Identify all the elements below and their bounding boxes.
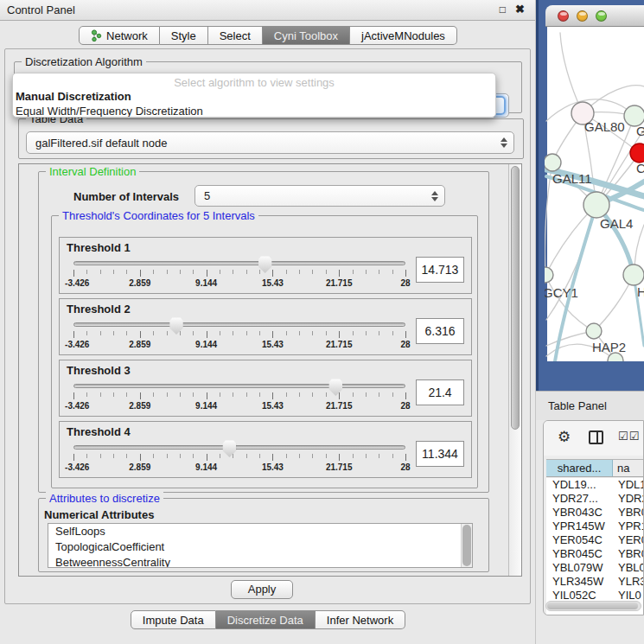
bottom-tab-discretize-data[interactable]: Discretize Data [216, 610, 316, 629]
tab-cyni-toolbox[interactable]: Cyni Toolbox [263, 26, 350, 45]
number-of-intervals-label: Number of Intervals [73, 190, 179, 203]
table-panel-header: Table Panel [536, 391, 644, 420]
table-horizontal-scrollbar[interactable] [545, 601, 641, 611]
node-label-c: C [636, 161, 644, 175]
network-edge[interactable] [545, 275, 594, 331]
slider-ticks [73, 331, 405, 339]
tab-label: Select [220, 29, 251, 42]
threshold-label: Threshold 4 [67, 425, 471, 438]
network-node-hap2[interactable] [586, 323, 602, 339]
attribute-item-betweennesscentrality[interactable]: BetweennessCentrality [48, 555, 472, 568]
attributes-scrollbar[interactable] [461, 524, 472, 567]
table-panel-title: Table Panel [548, 399, 607, 412]
select-columns-icon[interactable]: ☑☑ [618, 430, 640, 443]
table-row[interactable]: YLR345WYLR3 [546, 575, 643, 589]
network-node-gcy1[interactable] [545, 267, 553, 283]
attribute-item-topologicalcoefficient[interactable]: TopologicalCoefficient [48, 539, 472, 555]
tab-label: Style [171, 29, 196, 42]
tab-label: Discretize Data [227, 614, 303, 627]
cell-name: YLR3 [613, 575, 643, 589]
table-data-combobox[interactable]: galFiltered.sif default node [26, 131, 514, 154]
settings-scroll-panel: Interval Definition Number of Intervals … [18, 163, 522, 577]
popup-item-equal-width-frequency-discretization[interactable]: Equal Width/Frequency Discretization [13, 104, 495, 118]
threshold-slider[interactable]: -3.4262.8599.14415.4321.71528 [73, 256, 405, 289]
panel-scrollbar[interactable] [508, 164, 521, 576]
network-icon [91, 29, 102, 42]
threshold-label: Threshold 3 [67, 364, 471, 377]
table-row[interactable]: YPR145WYPR1 [546, 520, 643, 533]
threshold-value-field[interactable]: 14.713 [416, 257, 464, 283]
table-row[interactable]: YBR043CYBR0 [546, 506, 643, 520]
float-window-icon[interactable]: □ [500, 3, 506, 16]
slider-track [73, 322, 405, 327]
bottom-tab-infer-network[interactable]: Infer Network [316, 610, 405, 629]
network-node-c[interactable] [630, 143, 644, 163]
tab-select[interactable]: Select [208, 26, 263, 45]
table-row[interactable]: YBL079WYBL0 [546, 561, 643, 575]
panel-title: Control Panel [7, 3, 75, 16]
mac-close-button[interactable] [558, 10, 569, 22]
tab-style[interactable]: Style [160, 26, 208, 45]
threshold-slider[interactable]: -3.4262.8599.14415.4321.71528 [73, 440, 405, 473]
table-row[interactable]: YDR27...YDR2 [546, 492, 643, 506]
gear-icon[interactable]: ⚙ [558, 428, 571, 446]
network-node-h[interactable] [623, 265, 644, 285]
network-node-gal11[interactable] [545, 154, 561, 171]
attributes-list[interactable]: SelfLoopsTopologicalCoefficientBetweenne… [48, 523, 473, 568]
network-node-gal4[interactable] [583, 192, 609, 218]
scrollbar-thumb[interactable] [511, 166, 520, 430]
cell-name: YDR2 [613, 492, 643, 506]
slider-ticks [73, 392, 405, 400]
network-edge[interactable] [546, 205, 596, 320]
tab-label: Infer Network [327, 614, 393, 627]
group-title: Interval Definition [46, 165, 139, 178]
close-icon[interactable]: ✖ [515, 3, 525, 16]
columns-icon[interactable] [589, 430, 603, 444]
tab-label: Network [106, 29, 148, 42]
table-header-row: shared... na [546, 459, 643, 477]
threshold-panel-3: Threshold 3-3.4262.8599.14415.4321.71528… [59, 360, 472, 417]
slider-ticks [73, 454, 405, 462]
cyni-toolbox-panel: Discretization Algorithm Select algorith… [4, 48, 531, 604]
threshold-slider[interactable]: -3.4262.8599.14415.4321.71528 [73, 379, 405, 411]
interval-definition-group: Interval Definition Number of Intervals … [38, 171, 489, 493]
table-row[interactable]: YDL19...YDL1 [546, 478, 643, 492]
threshold-value-field[interactable]: 11.344 [416, 441, 464, 467]
threshold-label: Threshold 1 [67, 241, 471, 254]
scrollbar-thumb[interactable] [462, 525, 471, 566]
number-of-intervals-combobox[interactable]: 5 [194, 185, 445, 207]
tab-network[interactable]: Network [79, 26, 160, 45]
attribute-item-selfloops[interactable]: SelfLoops [48, 524, 472, 539]
threshold-slider[interactable]: -3.4262.8599.14415.4321.71528 [73, 317, 405, 350]
network-graph[interactable]: GAL80GACGAL11GAL4GCY1HHAP2 [545, 27, 644, 361]
node-table: ⚙ ☑☑ shared... na YDL19...YDL1YDR27...YD… [543, 420, 644, 615]
mac-minimize-button[interactable] [577, 10, 588, 22]
slider-track [73, 261, 405, 265]
column-header-name[interactable]: na [613, 460, 643, 476]
cell-shared-name: YDL19... [546, 478, 613, 492]
group-title: Threshold's Coordinates for 5 Intervals [59, 209, 258, 222]
threshold-value-field[interactable]: 21.4 [416, 379, 464, 405]
threshold-label: Threshold 2 [67, 303, 471, 316]
node-label-gcy1: GCY1 [545, 285, 578, 300]
group-title: Discretization Algorithm [22, 55, 146, 68]
column-header-shared-name[interactable]: shared... [546, 460, 613, 476]
table-row[interactable]: YBR045CYBR0 [546, 547, 643, 561]
cell-shared-name: YBR045C [546, 547, 613, 561]
table-row[interactable]: YER054CYER0 [546, 533, 643, 547]
scrollbar-thumb[interactable] [547, 603, 638, 609]
threshold-panel-2: Threshold 2-3.4262.8599.14415.4321.71528… [59, 298, 472, 355]
network-window-titlebar[interactable] [545, 5, 644, 27]
application-window: Control Panel □ ✖ NetworkStyleSelectCyni… [0, 0, 644, 644]
combo-value: galFiltered.sif default node [35, 137, 167, 150]
mac-zoom-button[interactable] [596, 10, 607, 22]
cell-name: YPR1 [613, 520, 643, 533]
cell-shared-name: YBL079W [546, 561, 613, 575]
popup-item-manual-discretization[interactable]: Manual Discretization [13, 89, 495, 104]
tab-jactivemnodules[interactable]: jActiveMNodules [350, 26, 457, 45]
attribute-items: SelfLoopsTopologicalCoefficientBetweenne… [48, 524, 472, 568]
threshold-value-field[interactable]: 6.316 [416, 318, 464, 344]
bottom-tab-impute-data[interactable]: Impute Data [131, 610, 216, 629]
combo-value: 5 [204, 189, 210, 202]
apply-button[interactable]: Apply [231, 580, 293, 599]
